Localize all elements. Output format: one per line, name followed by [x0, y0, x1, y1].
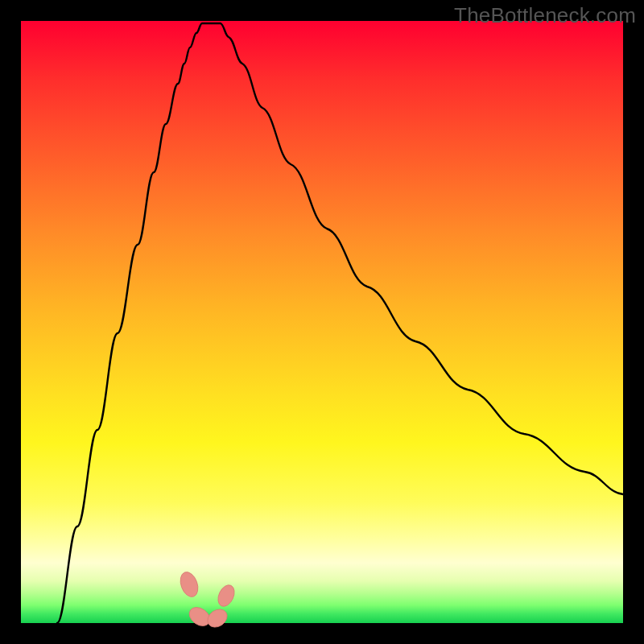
bottleneck-curve	[57, 23, 623, 623]
valley-marker-0	[177, 570, 201, 600]
watermark-text: TheBottleneck.com	[454, 3, 636, 28]
curve-svg	[21, 21, 623, 623]
chart-plot-area	[21, 21, 623, 623]
markers-group	[177, 570, 237, 631]
valley-marker-2	[204, 605, 231, 630]
valley-marker-3	[215, 583, 237, 609]
